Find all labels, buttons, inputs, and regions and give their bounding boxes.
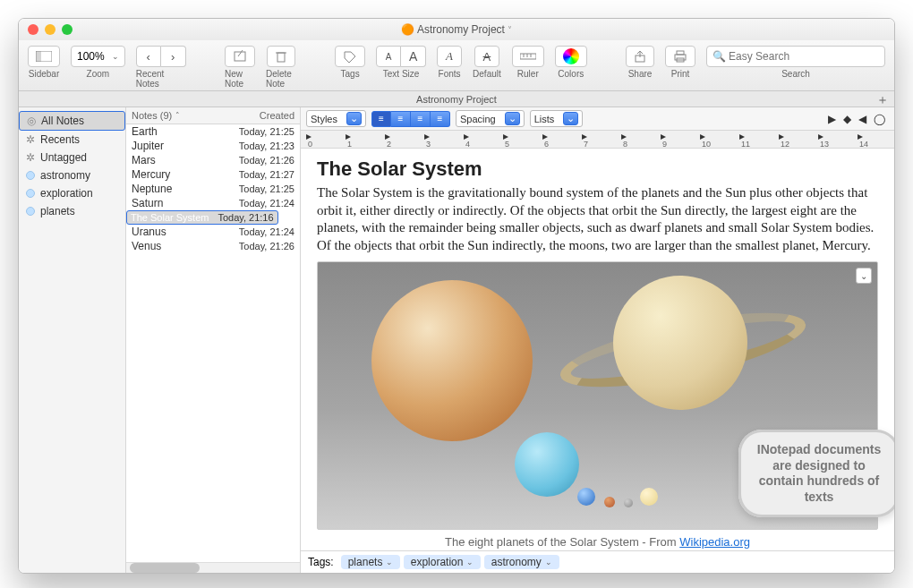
ruler-label: Ruler (517, 69, 539, 79)
align-right-button[interactable]: ≡ (411, 111, 431, 127)
align-center-button[interactable]: ≡ (391, 111, 411, 127)
mars-graphic (604, 497, 615, 507)
search-input[interactable] (706, 46, 885, 67)
category-sidebar: ◎All Notes ✲Recents ✲Untagged astronomy … (19, 107, 126, 573)
recent-back-button[interactable]: ‹ (136, 46, 161, 67)
sidebar-item-exploration[interactable]: exploration (19, 184, 125, 202)
spacing-select[interactable]: Spacing⌄ (456, 110, 525, 127)
new-tab-button[interactable]: ＋ (876, 92, 889, 108)
gear-icon: ✲ (26, 133, 35, 146)
svg-rect-1 (36, 51, 41, 62)
window-title: Astronomy Project (417, 23, 505, 36)
note-row[interactable]: VenusToday, 21:26 (126, 239, 300, 253)
scrollbar[interactable] (126, 562, 300, 573)
share-button[interactable] (626, 46, 654, 67)
earth-graphic (577, 488, 595, 506)
image-caption: The eight planets of the Solar System - … (317, 535, 878, 549)
recent-forward-button[interactable]: › (161, 46, 186, 67)
wikipedia-link[interactable]: Wikipedia.org (679, 535, 750, 549)
chevron-down-icon[interactable]: ˅ (505, 25, 512, 35)
fonts-button[interactable]: A (437, 46, 462, 67)
note-row[interactable]: MercuryToday, 21:27 (126, 167, 300, 182)
default-label: Default (473, 69, 501, 79)
styles-select[interactable]: Styles⌄ (306, 110, 366, 127)
text-bigger-button[interactable]: A (401, 46, 426, 67)
note-row[interactable]: The Solar SystemToday, 21:16 (126, 210, 278, 225)
note-row[interactable]: NeptuneToday, 21:25 (126, 182, 300, 196)
ruler-button[interactable] (512, 46, 544, 67)
nav-diamond-icon[interactable]: ◆ (843, 113, 851, 125)
svg-rect-13 (677, 51, 684, 55)
note-row[interactable]: EarthToday, 21:25 (126, 124, 300, 139)
main-toolbar: Sidebar 100%⌄ Zoom ‹ › Recent Notes New … (19, 40, 894, 91)
zoom-label: Zoom (87, 69, 110, 79)
fonts-label: Fonts (439, 69, 461, 79)
default-style-button[interactable]: A (474, 46, 499, 67)
align-justify-button[interactable]: ≡ (431, 111, 450, 127)
lists-select[interactable]: Lists⌄ (530, 110, 584, 127)
nav-play-icon[interactable]: ▶ (828, 113, 836, 125)
delete-note-label: Delete Note (266, 69, 296, 89)
promo-callout: INotepad documents are designed to conta… (738, 430, 895, 517)
target-icon: ◎ (27, 115, 36, 127)
tags-button[interactable] (335, 46, 365, 67)
svg-rect-4 (277, 53, 285, 62)
note-row[interactable]: JupiterToday, 21:23 (126, 139, 300, 153)
note-row[interactable]: MarsToday, 21:26 (126, 153, 300, 167)
alignment-segment[interactable]: ≡ ≡ ≡ ≡ (371, 111, 450, 127)
mercury-graphic (624, 499, 633, 507)
jupiter-graphic (371, 280, 533, 441)
tags-label: Tags (341, 69, 360, 79)
delete-note-button[interactable] (267, 46, 295, 67)
print-label: Print (671, 69, 690, 79)
textsize-label: Text Size (383, 69, 420, 79)
image-menu-button[interactable]: ⌄ (856, 268, 872, 284)
tag-chip[interactable]: exploration ⌄ (404, 555, 482, 569)
format-bar: Styles⌄ ≡ ≡ ≡ ≡ Spacing⌄ Lists⌄ ▶ ◆ ◀ ◯ (301, 107, 894, 131)
created-column-header[interactable]: Created (254, 107, 300, 124)
document-tab[interactable]: Astronomy Project (416, 94, 497, 105)
colors-button[interactable] (555, 46, 587, 67)
sidebar-item-planets[interactable]: planets (19, 202, 125, 220)
print-button[interactable] (665, 46, 695, 67)
nav-back-icon[interactable]: ◀ (858, 113, 866, 125)
sidebar-item-all-notes[interactable]: ◎All Notes (19, 111, 125, 131)
new-note-button[interactable] (225, 46, 255, 67)
share-label: Share (628, 69, 653, 79)
titlebar: 🟠 Astronomy Project ˅ (19, 19, 894, 40)
colors-label: Colors (558, 69, 584, 79)
note-body: The Solar System is the gravitationally … (317, 184, 878, 254)
note-row[interactable]: SaturnToday, 21:24 (126, 196, 300, 210)
sidebar-item-untagged[interactable]: ✲Untagged (19, 149, 125, 166)
zoom-select[interactable]: 100%⌄ (71, 46, 125, 67)
align-left-button[interactable]: ≡ (371, 111, 391, 127)
sidebar-item-astronomy[interactable]: astronomy (19, 166, 125, 184)
note-heading: The Solar System (317, 158, 878, 181)
tags-label: Tags: (308, 556, 334, 568)
ruler[interactable]: 0▸1▸2▸3▸4▸5▸6▸7▸8▸9▸10▸11▸12▸13▸14▸ (301, 131, 894, 149)
text-smaller-button[interactable]: A (376, 46, 401, 67)
gear-icon: ✲ (26, 151, 35, 164)
tag-dot-icon (26, 207, 35, 216)
sidebar-toggle-button[interactable] (28, 46, 60, 67)
sidebar-item-recents[interactable]: ✲Recents (19, 131, 125, 149)
notes-list: Notes (9)˄ Created EarthToday, 21:25Jupi… (126, 107, 301, 573)
notes-column-header[interactable]: Notes (9)˄ (126, 107, 254, 124)
venus-graphic (640, 488, 658, 506)
tag-chip[interactable]: astronomy ⌄ (484, 555, 559, 569)
sidebar-label: Sidebar (29, 69, 59, 79)
tag-dot-icon (26, 171, 35, 180)
tag-chip[interactable]: planets ⌄ (341, 555, 401, 569)
svg-rect-6 (520, 54, 536, 59)
search-icon: 🔍 (712, 50, 726, 63)
document-tab-bar: Astronomy Project ＋ (19, 91, 894, 107)
nav-circle-icon[interactable]: ◯ (874, 113, 885, 125)
uranus-graphic (515, 432, 579, 497)
tag-dot-icon (26, 189, 35, 198)
note-row[interactable]: UranusToday, 21:24 (126, 225, 300, 239)
app-icon: 🟠 (401, 23, 417, 36)
svg-line-3 (238, 50, 243, 56)
saturn-graphic (613, 276, 747, 410)
new-note-label: New Note (225, 69, 255, 89)
recent-label: Recent Notes (136, 69, 186, 89)
